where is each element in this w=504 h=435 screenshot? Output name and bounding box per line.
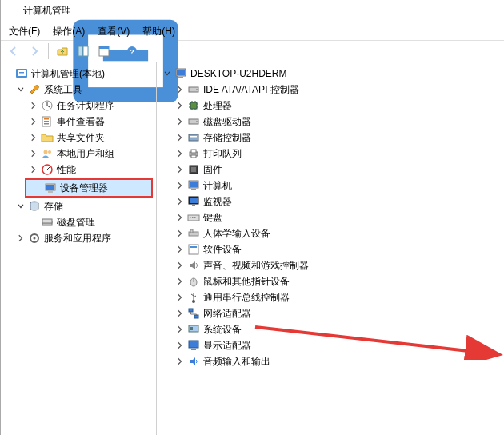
- device-computer[interactable]: 计算机: [173, 178, 504, 194]
- device-ide-ata[interactable]: IDE ATA/ATAPI 控制器: [173, 82, 504, 98]
- device-root[interactable]: DESKTOP-U2HDERM: [160, 66, 504, 82]
- services-icon: [28, 232, 41, 245]
- tree-label: 计算机: [203, 179, 232, 193]
- toolbar-help-button[interactable]: [122, 42, 142, 60]
- device-audio-io[interactable]: 音频输入和输出: [173, 353, 504, 369]
- device-keyboards[interactable]: 键盘: [173, 210, 504, 225]
- device-monitors[interactable]: 监视器: [173, 194, 504, 210]
- expand-icon[interactable]: [28, 116, 39, 127]
- menu-help[interactable]: 帮助(H): [136, 23, 182, 40]
- toolbar-show-tree-button[interactable]: [74, 42, 93, 60]
- device-processors[interactable]: 处理器: [173, 98, 504, 114]
- tree-label: 鼠标和其他指针设备: [203, 275, 290, 289]
- tree-task-scheduler[interactable]: 任务计划程序: [26, 98, 156, 114]
- device-tree-pane[interactable]: DESKTOP-U2HDERM IDE ATA/ATAPI 控制器处理器磁盘驱动…: [157, 62, 504, 435]
- expand-icon[interactable]: [174, 228, 186, 239]
- clock-icon: [41, 99, 54, 112]
- device-firmware[interactable]: 固件: [173, 162, 504, 178]
- tree-label: 存储控制器: [203, 131, 251, 145]
- menu-action[interactable]: 操作(A): [46, 23, 91, 40]
- toolbar-up-button[interactable]: [53, 42, 72, 60]
- device-system-devices[interactable]: 系统设备: [173, 321, 504, 337]
- expand-icon[interactable]: [28, 164, 39, 175]
- display-icon: [187, 339, 200, 352]
- expand-icon[interactable]: [174, 260, 186, 271]
- expand-icon[interactable]: [174, 84, 186, 95]
- device-disk-drives[interactable]: 磁盘驱动器: [173, 114, 504, 130]
- tree-system-tools[interactable]: 系统工具: [14, 82, 156, 98]
- expand-icon[interactable]: [174, 196, 186, 207]
- collapse-icon[interactable]: [15, 84, 26, 95]
- computer-management-icon: [15, 67, 28, 80]
- expand-icon[interactable]: [174, 148, 186, 159]
- tree-device-manager[interactable]: ▸ 设备管理器: [25, 178, 153, 198]
- tree-label: 打印队列: [203, 147, 242, 161]
- tree-label: 监视器: [203, 195, 232, 209]
- storage-icon: [28, 200, 41, 213]
- collapse-icon[interactable]: [15, 201, 26, 212]
- expand-icon[interactable]: [174, 340, 186, 351]
- expand-icon[interactable]: [174, 212, 186, 223]
- tree-local-users[interactable]: 本地用户和组: [26, 146, 156, 162]
- expand-icon[interactable]: [28, 100, 39, 111]
- device-hid[interactable]: 人体学输入设备: [173, 225, 504, 241]
- expand-icon[interactable]: [174, 244, 186, 255]
- device-usb-controllers[interactable]: 通用串行总线控制器: [173, 289, 504, 305]
- tree-label: 固件: [203, 163, 222, 177]
- tree-label: 键盘: [203, 211, 222, 225]
- expand-icon[interactable]: [15, 233, 26, 244]
- console-tree-pane[interactable]: ▸ 计算机管理(本地) 系统工具: [1, 62, 157, 435]
- device-sound[interactable]: 声音、视频和游戏控制器: [173, 257, 504, 273]
- menubar: 文件(F) 操作(A) 查看(V) 帮助(H): [1, 22, 504, 40]
- tree-label: 声音、视频和游戏控制器: [203, 259, 309, 273]
- sys-icon: [187, 323, 200, 336]
- tree-services-apps[interactable]: 服务和应用程序: [14, 230, 156, 246]
- expand-icon: ▸: [28, 217, 39, 228]
- expand-icon[interactable]: [174, 132, 186, 143]
- tree-event-viewer[interactable]: 事件查看器: [26, 114, 156, 130]
- expand-icon[interactable]: [174, 164, 186, 175]
- expand-icon[interactable]: [174, 292, 186, 303]
- expand-icon: ▸: [2, 68, 14, 79]
- toolbar-separator: [118, 43, 118, 59]
- tree-performance[interactable]: 性能: [26, 162, 156, 178]
- tree-label: 事件查看器: [57, 115, 105, 129]
- usb-icon: [187, 291, 200, 304]
- collapse-icon[interactable]: [162, 68, 173, 79]
- expand-icon[interactable]: [174, 100, 186, 111]
- toolbar-back-button: [4, 42, 23, 60]
- tree-label: DESKTOP-U2HDERM: [190, 68, 286, 79]
- tree-shared-folders[interactable]: 共享文件夹: [26, 130, 156, 146]
- tree-label: 服务和应用程序: [44, 232, 111, 245]
- menu-file[interactable]: 文件(F): [2, 23, 46, 40]
- device-print-queues[interactable]: 打印队列: [173, 146, 504, 162]
- device-storage-controllers[interactable]: 存储控制器: [173, 130, 504, 146]
- expand-icon[interactable]: [174, 180, 186, 191]
- device-software-devices[interactable]: 软件设备: [173, 241, 504, 257]
- expand-icon[interactable]: [174, 276, 186, 287]
- hid-icon: [187, 227, 200, 240]
- expand-icon[interactable]: [174, 116, 186, 127]
- performance-icon: [41, 163, 54, 176]
- menu-view[interactable]: 查看(V): [91, 23, 136, 40]
- expand-icon[interactable]: [174, 308, 186, 319]
- computer-management-window: 计算机管理 文件(F) 操作(A) 查看(V) 帮助(H) ▸ 计算机管理(本地…: [0, 0, 504, 435]
- toolbar-forward-button: [25, 42, 44, 60]
- device-display-adapters[interactable]: 显示适配器: [173, 337, 504, 353]
- tree-storage[interactable]: 存储: [14, 198, 156, 214]
- device-network-adapters[interactable]: 网络适配器: [173, 305, 504, 321]
- expand-icon[interactable]: [174, 324, 186, 335]
- users-icon: [41, 147, 54, 160]
- tree-root-computer-management[interactable]: ▸ 计算机管理(本地): [1, 66, 156, 82]
- tree-label: 存储: [44, 200, 63, 214]
- mouse-icon: [187, 275, 200, 288]
- expand-icon[interactable]: [174, 356, 186, 367]
- net-icon: [187, 307, 200, 320]
- device-mice[interactable]: 鼠标和其他指针设备: [173, 273, 504, 289]
- expand-icon[interactable]: [28, 132, 39, 143]
- tree-disk-management[interactable]: ▸ 磁盘管理: [26, 214, 156, 230]
- tree-label: 显示适配器: [203, 339, 251, 353]
- cpu-icon: [187, 99, 200, 112]
- expand-icon[interactable]: [28, 148, 39, 159]
- toolbar-properties-button[interactable]: [94, 42, 114, 60]
